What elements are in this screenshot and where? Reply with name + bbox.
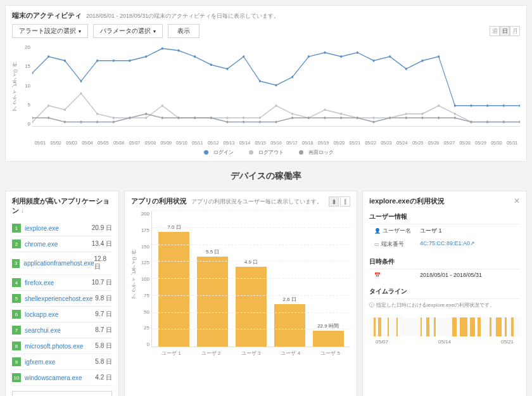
svg-point-49 [324, 108, 326, 111]
svg-point-47 [291, 113, 293, 115]
app-link[interactable]: chrome.exe [25, 241, 92, 248]
user-icon: 👤 [374, 228, 381, 234]
time-week[interactable]: 週 [490, 26, 500, 36]
device-row: ▭端末番号 4C:75:CC:89:E1:A0↗ [369, 238, 520, 251]
show-button[interactable]: 表示 [168, 24, 200, 38]
list-item: 6lockapp.exe9.7 日 [12, 307, 112, 323]
user-row: 👤ユーザー名 ユーザ 1 [369, 224, 520, 238]
more-button[interactable]: もっと見る → [12, 391, 112, 396]
usage-title: アプリの利用状況 [131, 197, 187, 205]
svg-point-38 [145, 117, 147, 119]
sort-icon[interactable]: ↓ [21, 207, 24, 214]
svg-point-30 [519, 105, 520, 107]
bar-label: 5.5 日 [206, 248, 219, 255]
bar-column[interactable]: 4.9 日 [236, 259, 267, 347]
app-link[interactable]: igfxem.exe [25, 359, 95, 366]
detail-title: iexplore.exeの利用状況 [369, 197, 445, 205]
bar-chart: アクティビティ (件) 2001751501251007550250 7.0 日… [131, 211, 350, 347]
info-icon: ⓘ [369, 302, 374, 308]
svg-point-68 [129, 117, 130, 119]
svg-point-79 [308, 117, 310, 119]
app-link[interactable]: firefox.exe [25, 279, 92, 286]
svg-point-91 [503, 121, 505, 124]
rank-badge: 9 [12, 357, 21, 366]
svg-point-18 [324, 51, 326, 54]
svg-point-44 [243, 117, 244, 119]
bar-column[interactable]: 7.0 日 [158, 224, 189, 347]
list-item: 1iexplore.exe20.9 日 [12, 220, 112, 236]
activity-panel: 端末のアクティビティ 2018/05/01 - 2018/05/31の端末のアク… [5, 5, 527, 162]
barchart-icon[interactable]: ▮ [329, 196, 339, 207]
svg-point-6 [129, 60, 130, 62]
svg-point-46 [275, 105, 277, 107]
app-link[interactable]: lockapp.exe [25, 311, 95, 318]
close-icon[interactable]: ✕ [514, 196, 520, 205]
svg-point-77 [275, 121, 277, 124]
chart-ylabel: アクティビティ (件) [12, 44, 21, 139]
svg-point-16 [291, 76, 293, 79]
timeline-note: ⓘ指定した日時におけるiexplore.exeの利用状況です。 [369, 302, 520, 309]
app-link[interactable]: windowscamera.exe [25, 374, 95, 381]
rank-badge: 3 [12, 259, 20, 268]
param-select[interactable]: パラメータの選択 ▾ [93, 24, 163, 38]
svg-point-32 [48, 105, 49, 107]
svg-point-62 [32, 117, 34, 119]
device-icon: ▭ [374, 241, 379, 247]
three-col-row: 利用頻度が高いアプリケーション ↓ 1iexplore.exe20.9 日2ch… [5, 191, 527, 396]
svg-point-8 [162, 47, 163, 49]
svg-point-43 [226, 117, 228, 119]
rank-badge: 5 [12, 294, 21, 303]
svg-point-39 [162, 105, 163, 107]
list-item: 7searchui.exe8.7 日 [12, 323, 112, 338]
user-value: ユーザ 1 [420, 227, 442, 235]
app-days: 10.7 日 [92, 278, 112, 287]
bar-column[interactable]: 22.9 時間 [313, 323, 344, 347]
svg-point-65 [80, 121, 82, 124]
svg-point-1 [48, 55, 49, 58]
app-days: 13.4 日 [92, 240, 112, 248]
bar-label: 4.9 日 [244, 259, 258, 265]
svg-point-33 [64, 108, 66, 111]
svg-point-15 [275, 84, 277, 87]
svg-point-64 [64, 121, 66, 124]
svg-point-2 [64, 60, 66, 62]
calendar-icon: 📅 [374, 272, 381, 278]
svg-point-71 [177, 117, 179, 119]
pause-icon[interactable]: ‖ [340, 196, 350, 207]
app-link[interactable]: microsoft.photos.exe [25, 343, 95, 350]
app-link[interactable]: searchui.exe [25, 327, 95, 334]
timeline-header: タイムライン [369, 287, 520, 299]
device-link[interactable]: 4C:75:CC:89:E1:A0↗ [420, 240, 475, 248]
svg-point-20 [357, 51, 358, 54]
rank-badge: 7 [12, 326, 21, 335]
svg-point-52 [372, 117, 374, 119]
list-item: 5shellexperiencehost.exe9.8 日 [12, 291, 112, 307]
time-day[interactable]: 日 [500, 26, 510, 36]
svg-point-29 [503, 105, 505, 107]
timeline-xaxis: 05/0705/1405/21 [369, 339, 520, 345]
app-link[interactable]: iexplore.exe [25, 225, 92, 232]
svg-point-9 [177, 49, 179, 52]
bar-column[interactable]: 5.5 日 [197, 248, 228, 347]
alert-select[interactable]: アラート設定の選択 ▾ [12, 24, 88, 38]
usage-subtitle: アプリの利用状況をユーザー毎に表示しています。 [191, 198, 322, 205]
rank-badge: 8 [12, 342, 21, 350]
svg-point-26 [454, 105, 456, 107]
svg-point-27 [470, 105, 472, 107]
svg-point-7 [145, 55, 147, 58]
app-days: 5.8 日 [95, 357, 112, 366]
activity-title: 端末のアクティビティ [12, 11, 82, 19]
bar-plot: 7.0 日5.5 日4.9 日2.6 日22.9 時間 [151, 211, 350, 347]
svg-point-80 [324, 117, 326, 119]
svg-point-92 [519, 121, 520, 124]
bar-yaxis: 2001751501251007550250 [140, 211, 151, 347]
rank-badge: 4 [12, 278, 21, 287]
time-month[interactable]: 月 [510, 26, 520, 36]
app-link[interactable]: applicationframehost.exe [23, 260, 94, 267]
list-item: 3applicationframehost.exe12.8 日 [12, 252, 112, 275]
date-value: 2018/05/01 - 2018/05/31 [420, 272, 482, 278]
svg-point-82 [357, 117, 358, 119]
app-link[interactable]: shellexperiencehost.exe [25, 295, 95, 302]
app-days: 9.7 日 [95, 310, 112, 319]
bar-column[interactable]: 2.6 日 [274, 296, 305, 347]
